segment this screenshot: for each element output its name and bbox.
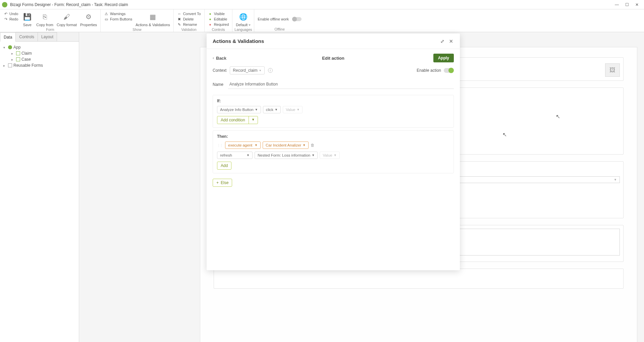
then-section: Then: ⋮⋮ execute agent▼ Car Incident Ana…: [213, 130, 454, 173]
ribbon-group-form: ↶Undo ↷Redo 💾Save ⎘Copy from 🖌Copy forma…: [0, 9, 101, 32]
then-target-selector[interactable]: Car Incident Analizer▼: [263, 141, 309, 149]
form-buttons-button[interactable]: ▭Form Buttons: [104, 17, 132, 21]
then-action-selector[interactable]: execute agent▼: [225, 141, 261, 149]
workspace: Data Controls Layout ▾App ▸Claim ▸Case ▸…: [0, 32, 644, 342]
reusable-icon: [8, 63, 12, 67]
ribbon-group-label-controls: Controls: [207, 27, 230, 32]
dot-icon: ●: [208, 22, 213, 27]
copy-from-button[interactable]: ⎘Copy from: [35, 11, 55, 27]
chevron-down-icon: ▼: [259, 69, 262, 72]
drag-handle-icon[interactable]: ⋮⋮: [217, 144, 222, 147]
undo-redo-stack: ↶Undo ↷Redo: [2, 11, 19, 27]
context-label: Context: [213, 68, 226, 73]
info-icon[interactable]: i: [268, 68, 273, 73]
form-buttons-icon: ▭: [104, 17, 109, 21]
plus-icon: +: [216, 180, 219, 185]
convert-icon: ↔: [177, 11, 182, 16]
app-icon: [8, 45, 12, 49]
warnings-button[interactable]: ⚠Warnings: [104, 11, 132, 16]
save-button[interactable]: 💾Save: [20, 11, 34, 27]
add-condition-button[interactable]: Add condition ▼: [217, 116, 258, 124]
undo-icon: ↶: [3, 11, 8, 16]
chevron-down-icon[interactable]: ▼: [249, 116, 258, 124]
ribbon-group-label-form: Form: [2, 27, 98, 32]
chevron-down-icon: ▼: [255, 108, 258, 111]
warning-icon: ⚠: [104, 11, 109, 16]
globe-icon: 🌐: [238, 11, 249, 22]
if-section: If: Analyze Info Button▼ click▼ Value▼ A…: [213, 95, 454, 128]
expand-icon[interactable]: ▸: [11, 58, 15, 61]
tab-data[interactable]: Data: [0, 33, 16, 42]
close-modal-button[interactable]: ✕: [448, 39, 454, 44]
enable-action-toggle[interactable]: [444, 68, 454, 73]
if-value-selector[interactable]: Value▼: [283, 106, 303, 113]
ribbon-group-label-validation: Validation: [176, 27, 202, 32]
editable-toggle[interactable]: ●Editable: [208, 17, 229, 21]
tab-layout[interactable]: Layout: [38, 32, 57, 41]
delete-button[interactable]: ✖Delete: [177, 17, 201, 21]
rename-button[interactable]: ✎Rename: [177, 22, 201, 27]
expand-icon[interactable]: ▸: [11, 52, 15, 55]
close-window-button[interactable]: ✕: [632, 1, 642, 8]
if-label: If:: [217, 99, 449, 103]
then-value-selector-2[interactable]: Value▼: [320, 152, 339, 159]
left-panel: Data Controls Layout ▾App ▸Claim ▸Case ▸…: [0, 32, 79, 342]
form-section[interactable]: [214, 269, 624, 289]
enable-action-label: Enable action: [417, 68, 441, 73]
tree-node-case[interactable]: ▸Case: [2, 56, 77, 62]
gear-icon: ⚙: [83, 11, 94, 22]
chevron-down-icon: ▼: [303, 144, 306, 147]
chevron-down-icon: ▼: [334, 154, 337, 157]
tree-node-app[interactable]: ▾App: [2, 44, 77, 50]
tree-node-claim[interactable]: ▸Claim: [2, 50, 77, 56]
ribbon-group-offline: Enable offline work Offline: [254, 9, 305, 32]
window-title: Bizagi Forms Designer - Form: Record_cla…: [10, 2, 612, 7]
image-placeholder-icon[interactable]: 🖼: [605, 63, 620, 77]
add-else-button[interactable]: +Else: [213, 179, 232, 187]
delete-row-button[interactable]: 🗑: [311, 143, 315, 148]
modal-body: ‹Back Edit action Apply Context Record_c…: [207, 49, 460, 270]
minimize-button[interactable]: —: [612, 1, 622, 8]
toggle-knob-icon: [448, 68, 454, 73]
then-target-selector-2[interactable]: Nested Form: Loss information▼: [255, 152, 318, 159]
chevron-down-icon: ▼: [255, 144, 258, 147]
window-titlebar: Bizagi Forms Designer - Form: Record_cla…: [0, 0, 644, 9]
visible-toggle[interactable]: ●Visible: [208, 11, 229, 16]
expand-modal-button[interactable]: ⤢: [440, 39, 445, 44]
dot-icon: ●: [208, 17, 213, 21]
entity-icon: [16, 51, 20, 55]
cursor-icon: ↖: [502, 131, 507, 138]
actions-validations-button[interactable]: ▦Actions & Validations: [134, 11, 171, 27]
tree-node-reusable[interactable]: ▸Reusable Forms: [2, 62, 77, 68]
convert-to-button[interactable]: ↔Convert To: [177, 11, 201, 16]
copy-format-button[interactable]: 🖌Copy format: [55, 11, 78, 27]
redo-button[interactable]: ↷Redo: [3, 17, 18, 21]
maximize-button[interactable]: ☐: [622, 1, 632, 8]
modal-subtitle: Edit action: [322, 56, 344, 61]
back-button[interactable]: ‹Back: [213, 56, 226, 61]
if-event-selector[interactable]: click▼: [263, 106, 281, 113]
properties-button[interactable]: ⚙Properties: [79, 11, 98, 27]
expand-icon[interactable]: ▸: [3, 64, 7, 67]
then-label: Then:: [217, 134, 449, 139]
action-name-input[interactable]: [228, 80, 454, 89]
modal-header: Actions & Validations ⤢ ✕: [207, 34, 460, 49]
chevron-down-icon: ▼: [275, 108, 278, 111]
if-control-selector[interactable]: Analyze Info Button▼: [217, 106, 261, 113]
chevron-left-icon: ‹: [213, 56, 214, 60]
ribbon-group-languages: 🌐Default Languages: [232, 9, 254, 32]
context-selector[interactable]: Record_claim▼: [230, 66, 264, 74]
ribbon-group-label-languages: Languages: [234, 27, 252, 32]
modal-title: Actions & Validations: [213, 38, 264, 44]
then-action-selector-2[interactable]: refresh▼: [217, 152, 253, 159]
actions-validations-icon: ▦: [147, 11, 158, 22]
apply-button[interactable]: Apply: [433, 54, 454, 62]
collapse-icon[interactable]: ▾: [3, 46, 7, 49]
enable-offline-toggle[interactable]: Enable offline work: [256, 11, 303, 27]
tab-controls[interactable]: Controls: [15, 32, 38, 41]
ribbon-group-label-offline: Offline: [256, 27, 303, 32]
language-selector[interactable]: 🌐Default: [234, 11, 252, 27]
undo-button[interactable]: ↶Undo: [3, 11, 18, 16]
add-then-button[interactable]: Add: [217, 162, 231, 170]
required-toggle[interactable]: ●Required: [208, 22, 229, 27]
